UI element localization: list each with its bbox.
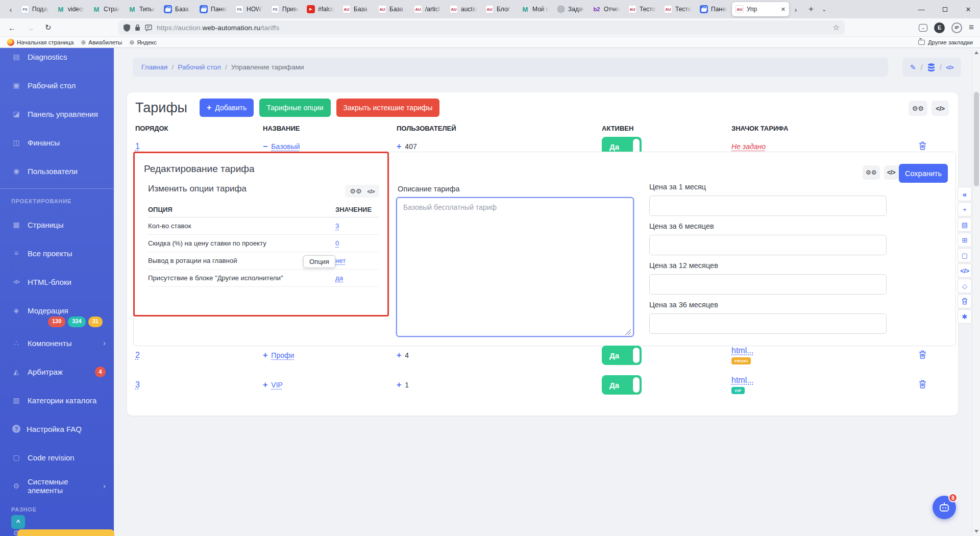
tariff-name-link[interactable]: VIP <box>271 381 283 389</box>
code-icon[interactable]: </> <box>368 188 375 194</box>
add-tariff-button[interactable]: +Добавить <box>200 99 254 117</box>
bug-icon[interactable]: ✱ <box>958 309 972 324</box>
active-toggle[interactable]: Да <box>602 346 642 365</box>
extension-icon[interactable]: ⌄ <box>919 24 927 32</box>
browser-tab[interactable]: M Мой п <box>518 2 553 16</box>
description-textarea[interactable]: Базовый бесплатный тариф <box>396 197 634 337</box>
breadcrumb-home-link[interactable]: Главная <box>141 63 167 71</box>
price-input[interactable] <box>649 274 887 295</box>
option-value-link[interactable]: 0 <box>335 239 379 247</box>
page-scrollbar[interactable] <box>972 48 980 536</box>
forward-icon[interactable]: → <box>27 18 34 37</box>
browser-tab[interactable]: Задач <box>553 2 589 16</box>
scroll-to-top-button[interactable]: ^ <box>11 515 25 529</box>
collapse-panel-icon[interactable]: « <box>958 187 972 201</box>
badge-html-link[interactable]: html... <box>731 376 754 385</box>
browser-tab[interactable]: AU auctio <box>446 2 482 16</box>
package-icon[interactable]: ◇ <box>958 279 972 293</box>
gears-icon[interactable]: ⚙⚙ <box>863 165 880 180</box>
tariff-options-button[interactable]: Тарифные опции <box>259 99 330 117</box>
lock-icon[interactable] <box>135 24 140 31</box>
badge-not-set-link[interactable]: Не задано <box>731 142 915 151</box>
tariff-name-link[interactable]: Профи <box>271 351 294 359</box>
scrollbar-thumb[interactable] <box>974 92 979 186</box>
back-icon[interactable]: ← <box>8 18 16 37</box>
browser-tab[interactable]: AU База з <box>339 2 375 16</box>
tab-close-icon[interactable]: ✕ <box>781 6 786 13</box>
menu-icon[interactable]: ≡ <box>969 22 974 33</box>
expand-icon[interactable]: + <box>397 380 401 389</box>
reload-icon[interactable]: ↻ <box>45 18 52 37</box>
order-link[interactable]: 3 <box>135 380 263 389</box>
window-minimize-button[interactable]: — <box>910 0 933 18</box>
collapse-icon[interactable]: − <box>263 142 267 151</box>
tab-scroll-left-icon[interactable]: ‹ <box>4 5 17 14</box>
browser-tab[interactable]: AU Тесто <box>625 2 660 16</box>
scroll-down-icon[interactable] <box>974 530 978 533</box>
price-input[interactable] <box>649 313 887 334</box>
code-icon[interactable]: </> <box>884 165 899 180</box>
order-link[interactable]: 2 <box>135 351 263 360</box>
close-expired-button[interactable]: Закрыть истекшие тарифы <box>336 99 440 117</box>
badge-html-link[interactable]: html... <box>731 346 754 355</box>
tariff-name-link[interactable]: Базовый <box>271 142 300 151</box>
sidebar-item-finance[interactable]: ◫Финансы <box>0 128 114 157</box>
browser-tab[interactable]: Панел <box>196 2 232 16</box>
shield-icon[interactable] <box>124 24 130 32</box>
price-input[interactable] <box>649 196 887 216</box>
new-tab-button[interactable]: + <box>808 4 814 14</box>
save-button[interactable]: Сохранить <box>899 164 948 183</box>
code-view-icon[interactable]: </> <box>946 64 953 70</box>
window-close-button[interactable]: ✕ <box>957 0 980 18</box>
browser-tab[interactable]: M videos <box>53 2 89 16</box>
order-link[interactable]: 1 <box>135 142 263 151</box>
delete-tariff-button[interactable] <box>919 350 926 361</box>
option-value-link[interactable]: нет <box>335 257 379 264</box>
bookmark-star-icon[interactable]: ☆ <box>833 23 840 32</box>
browser-tab[interactable]: FS Подар <box>17 2 53 16</box>
window-restore-button[interactable] <box>933 0 957 18</box>
list-all-tabs-icon[interactable]: ⌄ <box>822 6 826 13</box>
browser-tab[interactable]: AU Упр ✕ <box>732 2 789 16</box>
browser-tab[interactable]: b2 Отчет <box>589 2 625 16</box>
tab-scroll-right-icon[interactable]: › <box>789 5 802 14</box>
sidebar-item-pages[interactable]: ▦Страницы <box>0 210 114 239</box>
browser-tab[interactable]: ▶ #falco <box>303 2 339 16</box>
sidebar-item-users[interactable]: ◉Пользователи <box>0 157 114 185</box>
gears-icon[interactable]: ⚙⚙ <box>350 187 361 195</box>
card-view-icon[interactable]: ▤ <box>958 217 972 232</box>
expand-icon[interactable]: + <box>397 142 401 151</box>
database-icon[interactable] <box>927 63 935 71</box>
file-icon[interactable]: ▢ <box>958 248 972 262</box>
browser-tab[interactable]: FS Приве <box>267 2 303 16</box>
delete-tariff-button[interactable] <box>919 380 926 391</box>
bookmark-yandex[interactable]: ⊕Яндекс <box>129 39 157 46</box>
browser-tab[interactable]: M Типы <box>125 2 160 16</box>
sidebar-item-html-blocks[interactable]: </>HTML-блоки <box>0 267 114 296</box>
sidebar-item-faq[interactable]: ?Настройка FAQ <box>0 415 114 443</box>
grid-view-icon[interactable]: ⊞ <box>958 233 972 247</box>
gears-icon[interactable]: ⚙⚙ <box>909 101 927 116</box>
permissions-icon[interactable] <box>145 25 152 31</box>
sidebar-item-categories[interactable]: ▥Категории каталога <box>0 386 114 415</box>
scroll-up-icon[interactable] <box>974 51 978 54</box>
trash-icon[interactable] <box>958 294 972 308</box>
sidebar-item-dashboard[interactable]: ◪Панель управления <box>0 100 114 128</box>
profile-avatar[interactable]: E <box>934 22 945 33</box>
browser-tab[interactable]: AU Блог <box>482 2 518 16</box>
browser-tab[interactable]: AU База з <box>375 2 410 16</box>
bookmark-avia[interactable]: ⊕Авиабилеты <box>81 39 122 46</box>
browser-tab[interactable]: Панел <box>696 2 732 16</box>
code-icon[interactable]: </> <box>958 263 972 278</box>
breadcrumb-desktop-link[interactable]: Рабочий стол <box>178 63 221 71</box>
sidebar-item-diagnostics[interactable]: ▤Diagnostics <box>0 48 114 71</box>
url-input[interactable]: https://auction.web-automation.ru/tariff… <box>118 20 845 35</box>
sidebar-item-code-revision[interactable]: ▢Code revision <box>0 443 114 472</box>
other-bookmarks[interactable]: Другие закладки <box>918 39 973 45</box>
price-input[interactable] <box>649 235 887 255</box>
option-value-link[interactable]: 3 <box>335 222 379 230</box>
bookmark-home[interactable]: Начальная страница <box>7 39 74 46</box>
expand-icon[interactable]: + <box>397 351 401 360</box>
browser-tab[interactable]: FS HOWT <box>232 2 267 16</box>
expand-icon[interactable]: + <box>263 380 267 389</box>
